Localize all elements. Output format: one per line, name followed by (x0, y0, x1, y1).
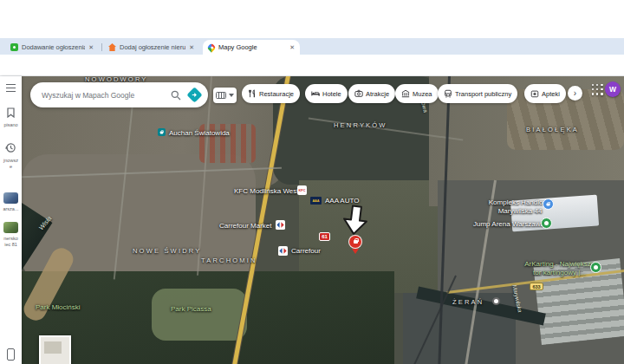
district-label: BIAŁOŁĘKA (526, 126, 579, 133)
place-marker-tail (352, 249, 359, 254)
tab-close-icon[interactable]: ✕ (189, 44, 194, 51)
karting-poi-icon[interactable] (590, 262, 601, 273)
poi-label[interactable]: Carrefour (291, 247, 321, 255)
otodom-favicon (10, 43, 18, 51)
poi-label[interactable]: Jump Arena Warszawa (473, 220, 544, 228)
chip-public-transport[interactable]: Transport publiczny (438, 84, 517, 103)
bed-icon (311, 89, 320, 98)
tab-title: Dodawanie ogłoszenia | Otodo (22, 43, 85, 51)
road-shield-633: 633 (530, 283, 543, 290)
district-label: TARCHOMIN (201, 257, 257, 264)
pharmacy-icon (530, 89, 539, 98)
house-favicon (108, 43, 116, 51)
recent-place-label: arsza... (0, 206, 22, 211)
district-label: ŻERAŃ (452, 298, 484, 306)
tab-otodom[interactable]: Dodawanie ogłoszenia | Otodo ✕ (5, 40, 99, 55)
restaurant-icon (248, 89, 257, 98)
recents-history-icon[interactable] (5, 142, 16, 153)
tab-gratka[interactable]: Dodaj ogłoszenie nieruchomo ✕ (103, 40, 199, 55)
tab-title: Dodaj ogłoszenie nieruchomo (120, 43, 185, 51)
search-icon[interactable] (171, 90, 181, 101)
search-input[interactable] (30, 90, 171, 101)
tab-close-icon[interactable]: ✕ (289, 44, 295, 51)
chip-pharmacies[interactable]: Apteki (524, 84, 566, 103)
park-label[interactable]: Park Picassa (171, 305, 211, 313)
recent-place-label-line1: nersko (0, 236, 22, 241)
park-label[interactable]: Park Młociński (36, 303, 81, 311)
browser-window: Dodawanie ogłoszenia | Otodo ✕ Dodaj ogł… (0, 0, 624, 364)
chip-label: Muzea (413, 90, 432, 98)
annotation-arrow-icon (337, 203, 374, 237)
maps-sidebar: pisano jnowsz e arsza... nersko iec 81 (0, 76, 22, 364)
chip-hotels[interactable]: Hotele (305, 84, 348, 103)
camera-icon (354, 89, 363, 98)
aaa-auto-logo[interactable]: AAA (310, 197, 322, 205)
carrefour-logo[interactable] (278, 246, 288, 256)
tab-strip: Dodawanie ogłoszenia | Otodo ✕ Dodaj ogł… (0, 38, 624, 55)
chip-restaurants[interactable]: Restauracje (242, 84, 300, 103)
poi-label[interactable]: Carrefour Market (219, 222, 271, 230)
road-shield-61: 61 (319, 232, 330, 241)
poi-label[interactable]: KFC Modlińska West (234, 187, 299, 195)
district-label: NOWE ŚWIDRY (133, 247, 201, 255)
tab-google-maps[interactable]: Mapy Google ✕ (203, 40, 300, 55)
maps-search-box[interactable] (30, 82, 208, 107)
chip-label: Atrakcje (366, 90, 389, 98)
keyboard-button[interactable] (213, 88, 237, 103)
place-marker[interactable] (348, 235, 362, 249)
bus-icon (444, 89, 452, 98)
recent-place-thumbnail[interactable] (3, 222, 18, 233)
recents-label-line2: e (0, 164, 22, 169)
chevron-down-icon (229, 94, 234, 97)
museum-icon (401, 89, 410, 98)
station-icon[interactable] (492, 297, 500, 305)
terrain-fields-ne (507, 89, 624, 150)
saved-label: pisano (0, 122, 22, 127)
chip-label: Transport publiczny (455, 90, 511, 98)
minimap-inset[interactable] (39, 335, 71, 364)
recents-label-line1: jnowsz (0, 158, 22, 163)
send-to-phone-icon[interactable] (7, 348, 15, 361)
keyboard-icon (216, 92, 226, 99)
kfc-logo[interactable]: KFC (297, 185, 307, 195)
satellite-map[interactable]: NOWODWORY HENRYKÓW BIAŁOŁĘKA NOWE ŚWIDRY… (22, 76, 624, 364)
poi-label[interactable]: Auchan Światowida (169, 129, 230, 137)
maps-pin-favicon (206, 42, 216, 52)
attraction-poi-icon[interactable] (541, 218, 552, 229)
google-apps-grid-icon[interactable] (592, 84, 603, 95)
chip-label: Hotele (322, 90, 341, 98)
district-label: HENRYKÓW (334, 121, 387, 129)
more-categories-button[interactable]: › (568, 86, 582, 101)
saved-bookmark-icon[interactable] (6, 107, 16, 118)
tab-title: Mapy Google (218, 43, 286, 51)
terrain-park-picassa (152, 289, 247, 341)
chip-label: Restauracje (259, 90, 294, 98)
chip-attractions[interactable]: Atrakcje (348, 84, 395, 103)
auchan-poi-icon[interactable] (158, 128, 166, 136)
carrefour-logo[interactable] (276, 220, 285, 230)
recent-place-label-line2: iec 81 (0, 242, 22, 247)
recent-place-thumbnail[interactable] (3, 192, 18, 204)
shopping-poi-icon[interactable] (543, 198, 554, 210)
maps-profile-avatar[interactable]: W (605, 81, 621, 97)
tab-close-icon[interactable]: ✕ (88, 44, 94, 51)
chip-museums[interactable]: Muzea (395, 84, 439, 103)
directions-icon[interactable] (186, 87, 202, 102)
chip-label: Apteki (542, 90, 560, 98)
address-bar: ← → google.com/maps/@52.319526,20.971526… (0, 55, 624, 76)
tab-divider (101, 43, 102, 51)
